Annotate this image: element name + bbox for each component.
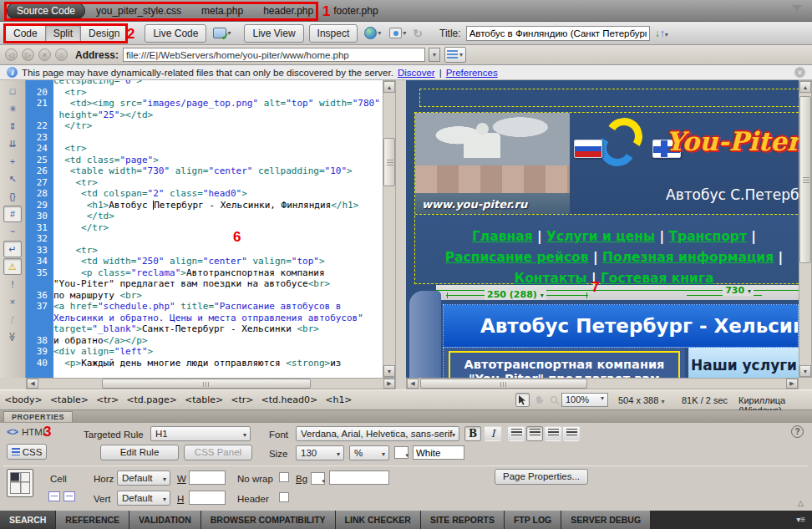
- source-code-tab[interactable]: Source Code: [7, 3, 85, 19]
- header-checkbox[interactable]: [279, 492, 289, 502]
- scroll-left-icon[interactable]: ◀: [27, 379, 38, 389]
- forward-icon[interactable]: ▷: [22, 48, 34, 61]
- tag-selector-item[interactable]: <table>: [50, 394, 89, 405]
- align-justify-button[interactable]: [563, 426, 580, 441]
- page-heading-banner[interactable]: Автобус Петербург - Хельсинки: [443, 304, 799, 348]
- address-dropdown-icon[interactable]: ▾: [429, 48, 440, 62]
- address-input[interactable]: [123, 48, 425, 62]
- file-tab[interactable]: you_piter_style.css: [87, 3, 190, 18]
- design-scroll-thumb[interactable]: [799, 96, 811, 263]
- file-tab[interactable]: header.php: [254, 3, 322, 18]
- split-cell-icon[interactable]: [63, 491, 75, 501]
- back-icon[interactable]: ◁: [5, 48, 18, 61]
- vert-dropdown[interactable]: Default▾: [117, 491, 170, 506]
- collapse-full-tag-icon[interactable]: ⇕: [3, 118, 22, 135]
- align-left-button[interactable]: [508, 426, 525, 441]
- panel-tab[interactable]: FTP LOG: [505, 511, 561, 529]
- code-vertical-scrollbar[interactable]: ▲ ▼: [383, 80, 396, 378]
- scroll-down-icon[interactable]: ▼: [799, 365, 811, 377]
- tag-selector-item[interactable]: <td.head0>: [261, 394, 318, 405]
- select-tool-icon[interactable]: [515, 393, 530, 407]
- inspect-button[interactable]: Inspect: [309, 24, 358, 43]
- refresh-icon[interactable]: ↻: [413, 27, 423, 40]
- code-navigator-icon[interactable]: ✳: [3, 100, 22, 117]
- text-color-swatch[interactable]: ▾: [394, 446, 409, 459]
- preferences-link[interactable]: Preferences: [446, 68, 498, 78]
- nav-link[interactable]: Полезная информация: [602, 250, 774, 265]
- collapse-panel-icon[interactable]: △: [798, 499, 804, 507]
- panel-tab[interactable]: SITE REPORTS: [421, 511, 505, 529]
- css-mode-button[interactable]: CSS: [7, 444, 47, 460]
- panel-tab[interactable]: REFERENCE: [56, 511, 129, 529]
- size-unit-dropdown[interactable]: %▾: [349, 445, 389, 460]
- design-horizontal-scrollbar[interactable]: ◀ ▶: [406, 378, 799, 389]
- tag-selector-item[interactable]: <table>: [185, 394, 223, 405]
- code-view[interactable]: cellspacing="0"> <tr> <td><img src="imag…: [53, 80, 383, 378]
- nav-link[interactable]: Услуги и цены: [546, 229, 655, 244]
- text-color-field[interactable]: [413, 445, 464, 460]
- targeted-rule-dropdown[interactable]: H1▾: [150, 426, 251, 441]
- home-icon[interactable]: ⌂: [55, 48, 68, 61]
- check-browser-compatibility-icon[interactable]: ✓▾: [213, 28, 231, 38]
- nav-link[interactable]: Контакты: [515, 271, 587, 286]
- live-code-button[interactable]: Live Code: [145, 24, 206, 43]
- format-source-icon[interactable]: ƒ: [3, 311, 22, 328]
- size-dropdown[interactable]: 130▾: [296, 445, 344, 460]
- site-header-image[interactable]: www.you-piter.ru You-Piter Автобус С.Пет…: [415, 113, 799, 215]
- apply-comment-icon[interactable]: !: [3, 276, 22, 292]
- column-width-label[interactable]: 250 (288) ▾: [485, 289, 546, 300]
- hand-tool-icon[interactable]: [531, 393, 546, 407]
- panel-tab[interactable]: BROWSER COMPATIBILITY: [201, 511, 336, 529]
- filter-icon[interactable]: [792, 5, 804, 17]
- page-properties-button[interactable]: Page Properties...: [495, 469, 588, 485]
- tag-selector-item[interactable]: <tr>: [231, 394, 253, 405]
- design-hscroll-thumb[interactable]: [420, 379, 587, 389]
- edit-rule-button[interactable]: Edit Rule: [100, 445, 179, 460]
- align-right-button[interactable]: [545, 426, 561, 441]
- remove-comment-icon[interactable]: ×: [3, 293, 22, 310]
- table-width-label[interactable]: 730 ▾: [723, 285, 754, 296]
- panel-tab[interactable]: LINK CHECKER: [336, 511, 421, 529]
- table-width-guide[interactable]: 730 ▾ 250 (288) ▾: [436, 285, 799, 300]
- panel-tab[interactable]: SEARCH: [0, 511, 56, 529]
- services-cell[interactable]: Наши услуги: [688, 348, 799, 378]
- close-icon[interactable]: ×: [794, 67, 805, 78]
- open-documents-icon[interactable]: □: [3, 83, 22, 99]
- css-panel-button[interactable]: CSS Panel: [184, 445, 252, 460]
- code-horizontal-scrollbar[interactable]: ◀ ▶: [26, 378, 396, 389]
- nav-link[interactable]: Расписание рейсов: [445, 250, 589, 265]
- tag-selector-item[interactable]: <body>: [4, 394, 43, 405]
- design-view-button[interactable]: Design: [80, 24, 128, 43]
- html-mode-button[interactable]: <>HTML: [7, 426, 48, 438]
- help-icon[interactable]: ?: [791, 425, 804, 438]
- scroll-up-icon[interactable]: ▲: [799, 81, 811, 93]
- select-parent-tag-icon[interactable]: ↖: [3, 170, 22, 187]
- live-view-button[interactable]: Live View: [244, 24, 303, 43]
- more-options-icon[interactable]: ≫: [4, 328, 21, 346]
- balance-braces-icon[interactable]: {}: [3, 188, 22, 205]
- word-wrap-icon[interactable]: ↵: [3, 241, 22, 257]
- discover-link[interactable]: Discover: [398, 68, 435, 78]
- scroll-right-icon[interactable]: ▶: [786, 379, 798, 389]
- design-view[interactable]: www.you-piter.ru You-Piter Автобус С.Пет…: [406, 80, 799, 378]
- bg-color-swatch[interactable]: ▾: [311, 472, 325, 485]
- cell-height-field[interactable]: [189, 491, 226, 505]
- font-dropdown[interactable]: Verdana, Arial, Helvetica, sans-serif▾: [296, 426, 459, 441]
- file-tab[interactable]: meta.php: [192, 3, 252, 18]
- scroll-up-icon[interactable]: ▲: [383, 81, 395, 93]
- panel-tab[interactable]: SERVER DEBUG: [561, 511, 651, 529]
- code-view-button[interactable]: Code: [5, 24, 46, 43]
- file-transfer-icon[interactable]: ↓↑▾: [655, 28, 668, 39]
- scroll-right-icon[interactable]: ▶: [383, 379, 395, 389]
- panel-menu-icon[interactable]: ▾≡: [789, 511, 812, 529]
- preview-in-browser-icon[interactable]: ▾: [364, 27, 381, 39]
- scroll-left-icon[interactable]: ◀: [407, 379, 419, 389]
- horz-dropdown[interactable]: Default▾: [117, 471, 170, 486]
- reclama-cell[interactable]: Автотранспортная компания "You-Piter" пр…: [443, 348, 685, 378]
- zoom-level-dropdown[interactable]: 100%▾: [561, 393, 608, 407]
- tag-selector-item[interactable]: <td.page>: [126, 394, 177, 405]
- syntax-error-alerts-icon[interactable]: ⚠: [3, 258, 22, 275]
- bg-color-field[interactable]: [329, 471, 389, 485]
- cell-width-field[interactable]: [189, 471, 226, 485]
- file-tab[interactable]: footer.php: [324, 3, 387, 18]
